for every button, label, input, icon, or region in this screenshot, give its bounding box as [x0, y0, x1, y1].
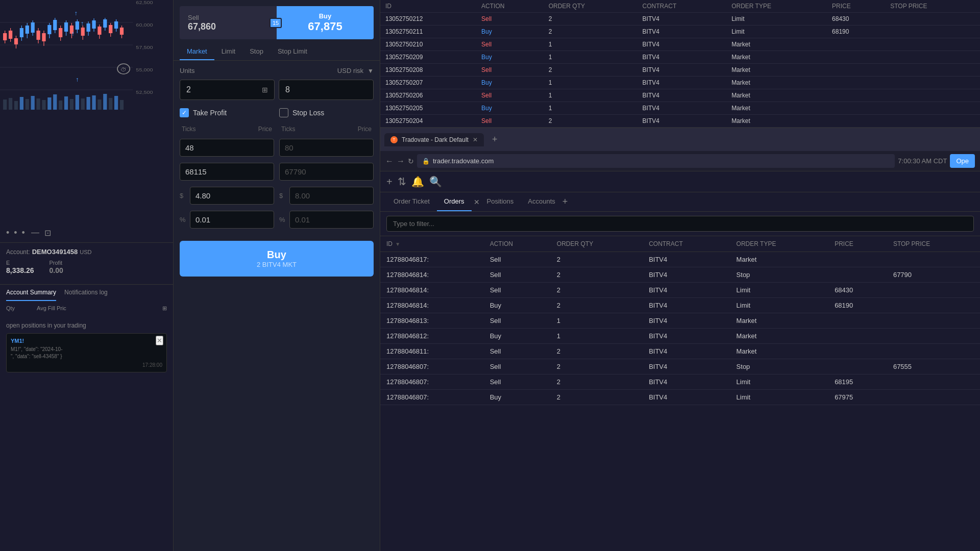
tp-dollar-input[interactable]: 4.80 [190, 187, 274, 205]
sl-ticks-input[interactable]: 80 [279, 139, 374, 157]
tv-th-stop[interactable]: STOP PRICE [887, 236, 980, 252]
minimize-button[interactable]: — [31, 228, 39, 237]
tv-add-button[interactable]: + [386, 176, 393, 188]
bracket-price-row: 68115 67790 [180, 163, 374, 183]
table-row[interactable]: 12788046811: Sell 2 BITV4 Market [380, 344, 980, 359]
orders-top-section: ID ACTION ORDER QTY CONTRACT ORDER TYPE … [380, 0, 980, 128]
risk-input-box[interactable]: 8 [279, 80, 374, 100]
tab-limit[interactable]: Limit [214, 43, 242, 60]
tab-account-summary[interactable]: Account Summary [6, 285, 56, 301]
cell-price: 68190 [827, 26, 885, 38]
tab-stop-limit[interactable]: Stop Limit [271, 43, 314, 60]
cell-type: Market [730, 344, 829, 359]
tv-th-id[interactable]: ID ▼ [380, 236, 484, 252]
cell-qty: 2 [544, 115, 638, 128]
bracket-section: ✓ Take Profit Stop Loss Ticks Price [174, 108, 380, 235]
cell-price: 68195 [828, 374, 887, 390]
table-row[interactable]: 13052750209 Buy 1 BITV4 Market [380, 51, 980, 64]
tv-th-action[interactable]: ACTION [484, 236, 551, 252]
sl-percent-input[interactable]: 0.01 [289, 211, 374, 229]
tv-th-price[interactable]: PRICE [828, 236, 887, 252]
buy-price: 67,875 [285, 20, 365, 33]
table-row[interactable]: 12788046807: Sell 2 BITV4 Limit 68195 [380, 374, 980, 390]
svg-rect-24 [87, 97, 90, 110]
cell-contract: BITV4 [643, 329, 730, 344]
table-row[interactable]: 12788046807: Buy 2 BITV4 Limit 67975 [380, 390, 980, 405]
tp-ticks-input[interactable]: 48 [180, 139, 274, 157]
tv-orders-close-button[interactable]: ✕ [474, 198, 480, 206]
browser-forward-button[interactable]: → [397, 157, 405, 166]
open-button[interactable]: Ope [950, 154, 975, 168]
svg-text:↑: ↑ [76, 76, 79, 83]
grid-icon[interactable]: ⊞ [162, 305, 167, 312]
cell-action: Buy [484, 298, 551, 313]
table-row[interactable]: 12788046812: Buy 1 BITV4 Market [380, 329, 980, 344]
sell-button[interactable]: Sell 67,860 [180, 6, 277, 39]
tv-tab-accounts[interactable]: Accounts [521, 192, 562, 211]
tp-percent-input[interactable]: 0.01 [190, 211, 274, 229]
cell-type: Market [726, 51, 827, 64]
table-row[interactable]: 13052750205 Buy 1 BITV4 Market [380, 102, 980, 115]
table-row[interactable]: 12788046817: Sell 2 BITV4 Market [380, 252, 980, 267]
table-row[interactable]: 12788046813: Sell 1 BITV4 Market [380, 313, 980, 329]
tv-transfer-button[interactable]: ⇅ [398, 176, 406, 188]
calculator-icon[interactable]: ⊞ [262, 86, 268, 94]
browser-back-button[interactable]: ← [385, 157, 394, 166]
browser-time: 7:00:30 AM CDT [898, 157, 947, 165]
cell-price [827, 77, 885, 89]
table-row[interactable]: 13052750212 Sell 2 BITV4 Limit 68430 [380, 13, 980, 26]
cell-stop: 67790 [887, 267, 980, 283]
table-row[interactable]: 12788046814: Buy 2 BITV4 Limit 68190 [380, 298, 980, 313]
cell-price [828, 252, 887, 267]
tv-tab-positions[interactable]: Positions [480, 192, 521, 211]
tv-th-contract[interactable]: CONTRACT [643, 236, 730, 252]
table-row[interactable]: 12788046814: Sell 2 BITV4 Stop 67790 [380, 267, 980, 283]
svg-rect-26 [97, 99, 101, 110]
expand-button[interactable]: ⊡ [44, 228, 51, 238]
units-input-box[interactable]: 2 ⊞ [180, 80, 275, 100]
new-tab-button[interactable]: + [486, 131, 504, 148]
table-row[interactable]: 13052750204 Sell 2 BITV4 Market [380, 115, 980, 128]
take-profit-checkbox[interactable]: ✓ [180, 108, 189, 117]
svg-rect-34 [9, 31, 12, 39]
buy-submit-button[interactable]: Buy 2 BITV4 MKT [180, 241, 374, 277]
table-row[interactable]: 13052750207 Buy 1 BITV4 Market [380, 77, 980, 89]
cell-type: Limit [730, 298, 829, 313]
stop-loss-checkbox[interactable] [279, 108, 288, 117]
browser-tab-title: Tradovate - Dark Default [402, 136, 469, 143]
browser-tab-tradovate[interactable]: T Tradovate - Dark Default ✕ [384, 133, 484, 146]
tv-th-type[interactable]: ORDER TYPE [730, 236, 829, 252]
cell-qty: 2 [544, 26, 638, 38]
tp-price-input[interactable]: 68115 [180, 163, 274, 181]
table-row[interactable]: 13052750208 Sell 2 BITV4 Market [380, 64, 980, 77]
tv-th-qty[interactable]: ORDER QTY [551, 236, 643, 252]
tv-search-button[interactable]: 🔍 [429, 176, 442, 188]
cell-qty: 2 [551, 390, 643, 405]
notification-close-button[interactable]: ✕ [156, 336, 163, 345]
table-row[interactable]: 13052750211 Buy 2 BITV4 Limit 68190 [380, 26, 980, 38]
stop-loss-header: Stop Loss [279, 108, 374, 117]
cell-id: 12788046817: [380, 252, 484, 267]
tv-tab-order-ticket[interactable]: Order Ticket [386, 192, 437, 211]
tab-market[interactable]: Market [180, 43, 214, 60]
tab-notifications-log[interactable]: Notifications log [64, 285, 108, 301]
svg-rect-11 [14, 101, 18, 110]
tab-stop[interactable]: Stop [242, 43, 271, 60]
browser-refresh-button[interactable]: ↻ [408, 157, 414, 165]
svg-rect-70 [109, 25, 112, 33]
tv-filter-input[interactable] [386, 216, 974, 232]
tv-orders-scroll[interactable]: ID ▼ ACTION ORDER QTY CONTRACT ORDER TYP… [380, 236, 980, 551]
sl-dollar-input[interactable]: 8.00 [289, 187, 374, 205]
sl-price-input[interactable]: 67790 [279, 163, 374, 181]
tv-bell-button[interactable]: 🔔 [411, 176, 424, 188]
table-row[interactable]: 13052750206 Sell 1 BITV4 Market [380, 89, 980, 102]
table-row[interactable]: 12788046807: Sell 2 BITV4 Stop 67555 [380, 359, 980, 374]
table-row[interactable]: 12788046814: Sell 2 BITV4 Limit 68430 [380, 283, 980, 298]
table-row[interactable]: 13052750210 Sell 1 BITV4 Market [380, 38, 980, 51]
buy-button[interactable]: 15 Buy 67,875 [277, 6, 374, 39]
tv-tab-orders[interactable]: Orders [437, 192, 472, 211]
url-bar[interactable]: 🔒 trader.tradovate.com [417, 154, 895, 168]
close-tab-button[interactable]: ✕ [473, 136, 478, 143]
tv-add-tab-button[interactable]: + [562, 196, 568, 207]
units-input[interactable]: 2 [186, 85, 262, 94]
